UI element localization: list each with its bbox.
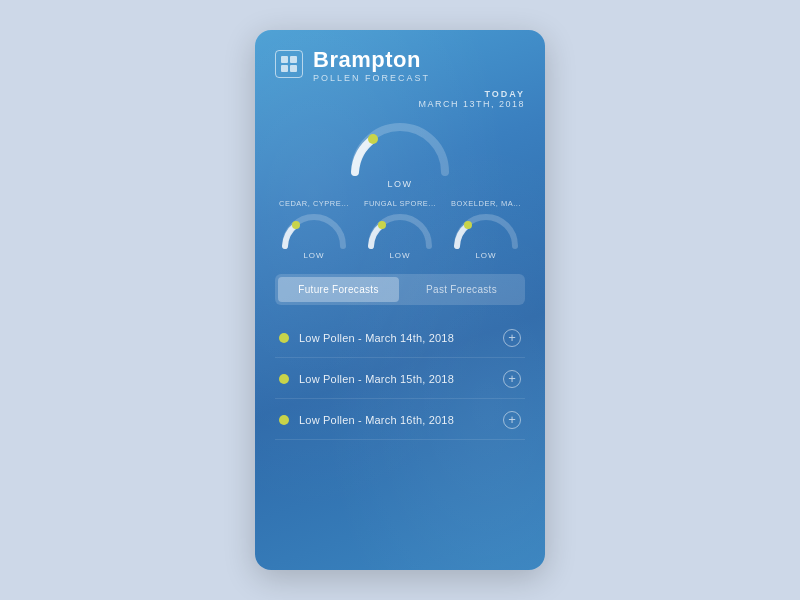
- forecast-item-1[interactable]: Low Pollen - March 15th, 2018 +: [275, 360, 525, 399]
- sub-gauge-title-0: CEDAR, CYPRE...: [275, 199, 353, 208]
- main-gauge-section: LOW: [275, 117, 525, 189]
- subtitle: POLLEN FORECAST: [313, 73, 430, 83]
- svg-point-1: [292, 221, 300, 229]
- forecast-toggle: Future Forecasts Past Forecasts: [275, 274, 525, 305]
- sub-gauge-title-2: BOXELDER, MA...: [447, 199, 525, 208]
- sub-gauge-2: [451, 212, 521, 250]
- expand-icon-2[interactable]: +: [503, 411, 521, 429]
- sub-gauge-title-1: FUNGAL SPORE...: [361, 199, 439, 208]
- date-value: MARCH 13TH, 2018: [275, 99, 525, 109]
- sub-gauge-0: [279, 212, 349, 250]
- forecast-text-0: Low Pollen - March 14th, 2018: [299, 332, 454, 344]
- sub-gauge-item-1: FUNGAL SPORE... LOW: [361, 199, 439, 260]
- sub-gauge-label-0: LOW: [303, 251, 324, 260]
- header: Brampton POLLEN FORECAST: [275, 48, 525, 83]
- pollen-dot-2: [279, 415, 289, 425]
- sub-gauge-1: [365, 212, 435, 250]
- forecast-list: Low Pollen - March 14th, 2018 + Low Poll…: [275, 319, 525, 554]
- city-name: Brampton: [313, 48, 430, 72]
- forecast-text-1: Low Pollen - March 15th, 2018: [299, 373, 454, 385]
- main-gauge-label: LOW: [387, 179, 412, 189]
- past-forecasts-button[interactable]: Past Forecasts: [401, 277, 522, 302]
- svg-point-2: [378, 221, 386, 229]
- future-forecasts-button[interactable]: Future Forecasts: [278, 277, 399, 302]
- pollen-dot-0: [279, 333, 289, 343]
- sub-gauge-label-1: LOW: [389, 251, 410, 260]
- forecast-text-2: Low Pollen - March 16th, 2018: [299, 414, 454, 426]
- app-logo: [275, 50, 303, 78]
- expand-icon-1[interactable]: +: [503, 370, 521, 388]
- main-card: Brampton POLLEN FORECAST TODAY MARCH 13T…: [255, 30, 545, 570]
- expand-icon-0[interactable]: +: [503, 329, 521, 347]
- date-block: TODAY MARCH 13TH, 2018: [275, 89, 525, 109]
- svg-point-3: [464, 221, 472, 229]
- sub-gauge-label-2: LOW: [475, 251, 496, 260]
- forecast-item-2[interactable]: Low Pollen - March 16th, 2018 +: [275, 401, 525, 440]
- sub-gauges: CEDAR, CYPRE... LOW FUNGAL SPORE...: [275, 199, 525, 260]
- forecast-item-0[interactable]: Low Pollen - March 14th, 2018 +: [275, 319, 525, 358]
- sub-gauge-item-2: BOXELDER, MA... LOW: [447, 199, 525, 260]
- pollen-dot-1: [279, 374, 289, 384]
- today-label: TODAY: [275, 89, 525, 99]
- sub-gauge-item-0: CEDAR, CYPRE... LOW: [275, 199, 353, 260]
- svg-point-0: [368, 134, 378, 144]
- main-gauge: [345, 117, 455, 177]
